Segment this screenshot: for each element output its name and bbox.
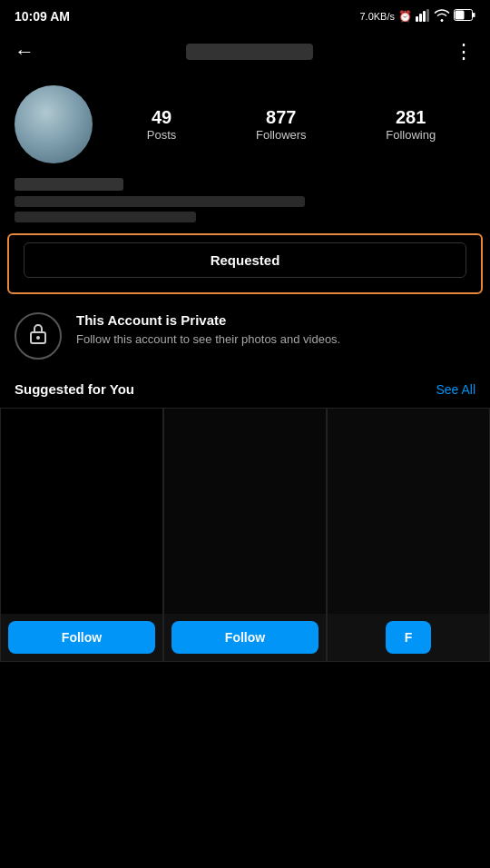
battery-icon xyxy=(454,9,475,24)
followers-count: 877 xyxy=(266,107,296,128)
suggested-card-2: Follow xyxy=(163,408,327,662)
following-label: Following xyxy=(386,128,436,142)
wifi-icon xyxy=(434,9,450,25)
status-icons: 7.0KB/s ⏰ xyxy=(359,9,475,25)
signal-icon xyxy=(416,9,430,25)
status-bar: 10:09 AM 7.0KB/s ⏰ xyxy=(0,0,490,33)
posts-label: Posts xyxy=(147,128,177,142)
suggested-title: Suggested for You xyxy=(15,381,134,397)
following-stat[interactable]: 281 Following xyxy=(386,107,436,142)
back-button[interactable]: ← xyxy=(15,40,34,64)
svg-point-8 xyxy=(36,336,40,340)
follow-button-2[interactable]: Follow xyxy=(172,621,318,654)
card-image-1 xyxy=(1,409,162,614)
svg-rect-0 xyxy=(416,16,418,22)
private-account-description: Follow this account to see their photos … xyxy=(76,331,340,348)
bio-line-2 xyxy=(15,212,196,222)
alarm-icon: ⏰ xyxy=(398,10,412,23)
private-account-text: This Account is Private Follow this acco… xyxy=(76,312,340,348)
profile-stats: 49 Posts 877 Followers 281 Following xyxy=(107,107,475,142)
avatar xyxy=(15,85,93,163)
profile-header: ← ⋮ xyxy=(0,33,490,71)
status-time: 10:09 AM xyxy=(15,9,70,24)
svg-rect-2 xyxy=(423,11,426,22)
lock-icon xyxy=(28,322,48,350)
followers-label: Followers xyxy=(256,128,307,142)
posts-count: 49 xyxy=(152,107,172,128)
posts-stat: 49 Posts xyxy=(147,107,177,142)
suggested-header: Suggested for You See All xyxy=(0,378,490,408)
suggested-cards: Follow Follow F xyxy=(0,408,490,662)
header-username xyxy=(186,44,313,60)
following-count: 281 xyxy=(396,107,426,128)
more-options-button[interactable]: ⋮ xyxy=(454,40,475,64)
private-account-title: This Account is Private xyxy=(76,312,340,328)
profile-section: 49 Posts 877 Followers 281 Following xyxy=(0,71,490,174)
suggested-card-1: Follow xyxy=(0,408,163,662)
network-speed: 7.0KB/s xyxy=(359,11,395,22)
see-all-button[interactable]: See All xyxy=(436,382,475,397)
svg-rect-6 xyxy=(473,13,475,17)
lock-icon-container xyxy=(15,312,62,360)
card-image-3 xyxy=(328,409,489,614)
svg-rect-3 xyxy=(426,9,429,22)
requested-container: Requested xyxy=(7,233,483,294)
bio-line-1 xyxy=(15,196,305,207)
bio-section xyxy=(0,174,490,233)
suggested-card-3: F xyxy=(327,408,490,662)
card-image-2 xyxy=(164,409,326,614)
follow-button-1[interactable]: Follow xyxy=(8,621,155,654)
requested-button[interactable]: Requested xyxy=(24,242,466,278)
followers-stat[interactable]: 877 Followers xyxy=(256,107,307,142)
follow-button-3[interactable]: F xyxy=(386,621,431,654)
private-account-section: This Account is Private Follow this acco… xyxy=(0,294,490,378)
bio-name xyxy=(15,178,123,191)
svg-rect-5 xyxy=(456,11,465,20)
svg-rect-1 xyxy=(419,14,422,22)
